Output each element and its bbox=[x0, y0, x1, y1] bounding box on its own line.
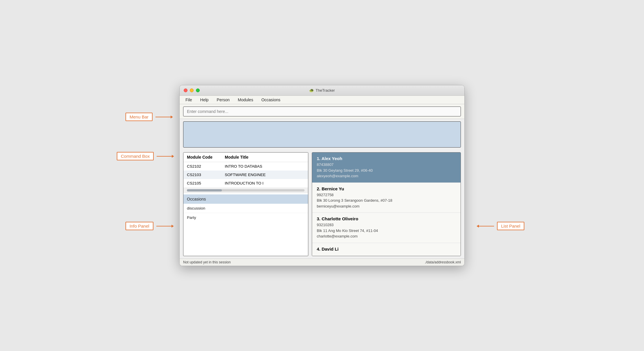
minimize-button[interactable] bbox=[190, 88, 194, 92]
person-name: 1. Alex Yeoh bbox=[317, 156, 456, 161]
annotation-menubar: Menu Bar bbox=[125, 113, 173, 121]
person-address: Blk 30 Lorong 3 Serangoon Gardens, #07-1… bbox=[317, 198, 456, 203]
module-code: CS2105 bbox=[183, 179, 221, 187]
command-area bbox=[180, 104, 464, 119]
table-row[interactable]: CS2102 INTRO TO DATABAS bbox=[183, 162, 308, 171]
main-content: Module Code Module Title CS2102 INTRO TO… bbox=[180, 150, 464, 256]
titlebar-title: 🐢 TheTracker bbox=[309, 88, 335, 93]
commandbox-label: Command Box bbox=[117, 152, 154, 160]
person-index: 3. bbox=[317, 216, 322, 221]
person-name-text: Charlotte Oliveiro bbox=[322, 216, 358, 221]
occasion-item[interactable]: discussion bbox=[183, 204, 308, 213]
person-index: 1. bbox=[317, 156, 321, 161]
occasions-header[interactable]: Occasions bbox=[183, 194, 308, 204]
menubar: File Help Person Modules Occasions bbox=[180, 96, 464, 104]
annotation-commandbox: Command Box bbox=[117, 152, 174, 160]
close-button[interactable] bbox=[184, 88, 187, 92]
person-name-text: David Li bbox=[322, 247, 339, 251]
person-name-text: Bernice Yu bbox=[322, 186, 344, 191]
module-title: INTRODUCTION TO I bbox=[221, 179, 308, 187]
status-right: ./data/addressbook.xml bbox=[425, 260, 461, 264]
maximize-button[interactable] bbox=[196, 88, 200, 92]
infopanel-label: Info Panel bbox=[125, 222, 153, 230]
menu-occasions[interactable]: Occasions bbox=[260, 97, 282, 103]
result-box bbox=[183, 121, 461, 148]
person-phone: 99272758 bbox=[317, 192, 456, 198]
svg-marker-5 bbox=[171, 225, 174, 228]
annotation-listpanel: List Panel bbox=[477, 222, 524, 230]
person-name-text: Alex Yeoh bbox=[321, 156, 342, 161]
statusbar: Not updated yet in this session ./data/a… bbox=[180, 258, 464, 266]
app-title: TheTracker bbox=[316, 88, 335, 93]
person-card[interactable]: 1. Alex Yeoh 87438807 Blk 30 Geylang Str… bbox=[312, 153, 461, 183]
person-index: 2. bbox=[317, 186, 322, 191]
person-name: 2. Bernice Yu bbox=[317, 186, 456, 191]
module-title: SOFTWARE ENGINEE bbox=[221, 171, 308, 179]
outer-wrapper: Menu Bar Command Box Info Panel bbox=[179, 85, 465, 266]
module-title-header: Module Title bbox=[221, 153, 308, 162]
info-panel: Module Code Module Title CS2102 INTRO TO… bbox=[183, 152, 308, 256]
status-left: Not updated yet in this session bbox=[183, 260, 231, 264]
person-card[interactable]: 3. Charlotte Oliveiro 93210283 Blk 11 An… bbox=[312, 213, 461, 243]
person-index: 4. bbox=[317, 247, 322, 251]
svg-marker-3 bbox=[172, 155, 174, 158]
command-input[interactable] bbox=[183, 107, 461, 116]
commandbox-arrow bbox=[157, 153, 174, 159]
info-panel-bottom bbox=[183, 222, 308, 245]
person-card[interactable]: 2. Bernice Yu 99272758 Blk 30 Lorong 3 S… bbox=[312, 183, 461, 213]
menu-help[interactable]: Help bbox=[199, 97, 210, 103]
person-email: charlotte@example.com bbox=[317, 233, 456, 239]
scrollbar-thumb[interactable] bbox=[187, 189, 222, 192]
person-name: 4. David Li bbox=[317, 247, 456, 251]
person-email: berniceyu@example.com bbox=[317, 203, 456, 209]
person-phone: 93210283 bbox=[317, 222, 456, 228]
svg-marker-1 bbox=[171, 116, 173, 118]
menubar-label: Menu Bar bbox=[125, 113, 153, 121]
listpanel-arrow bbox=[477, 223, 494, 229]
person-email: alexyeoh@example.com bbox=[317, 173, 456, 179]
annotation-infopanel: Info Panel bbox=[125, 222, 174, 230]
person-address: Blk 11 Ang Mo Kio Street 74, #11-04 bbox=[317, 228, 456, 234]
infopanel-arrow bbox=[156, 223, 174, 229]
occasions-section: Occasions discussion Party bbox=[183, 194, 308, 222]
menu-file[interactable]: File bbox=[184, 97, 193, 103]
person-address: Blk 30 Geylang Street 29, #06-40 bbox=[317, 168, 456, 173]
listpanel-label: List Panel bbox=[497, 222, 524, 230]
module-title: INTRO TO DATABAS bbox=[221, 162, 308, 171]
table-row[interactable]: CS2103 SOFTWARE ENGINEE bbox=[183, 171, 308, 179]
svg-marker-7 bbox=[477, 225, 479, 228]
table-row[interactable]: CS2105 INTRODUCTION TO I bbox=[183, 179, 308, 187]
occasion-item[interactable]: Party bbox=[183, 213, 308, 222]
menu-person[interactable]: Person bbox=[215, 97, 231, 103]
person-card[interactable]: 4. David Li bbox=[312, 243, 461, 256]
person-phone: 87438807 bbox=[317, 162, 456, 168]
person-name: 3. Charlotte Oliveiro bbox=[317, 216, 456, 221]
app-icon: 🐢 bbox=[309, 88, 314, 93]
menu-modules[interactable]: Modules bbox=[237, 97, 254, 103]
scrollbar-track bbox=[187, 189, 305, 192]
scrollbar-area bbox=[183, 187, 308, 193]
menubar-arrow bbox=[155, 114, 173, 120]
module-code: CS2103 bbox=[183, 171, 221, 179]
list-panel: 1. Alex Yeoh 87438807 Blk 30 Geylang Str… bbox=[312, 152, 461, 256]
titlebar: 🐢 TheTracker bbox=[180, 85, 464, 96]
module-code-header: Module Code bbox=[183, 153, 221, 162]
module-code: CS2102 bbox=[183, 162, 221, 171]
app-window: 🐢 TheTracker File Help Person Modules Oc… bbox=[179, 85, 465, 266]
module-table: Module Code Module Title CS2102 INTRO TO… bbox=[183, 153, 308, 187]
titlebar-buttons bbox=[184, 88, 200, 92]
